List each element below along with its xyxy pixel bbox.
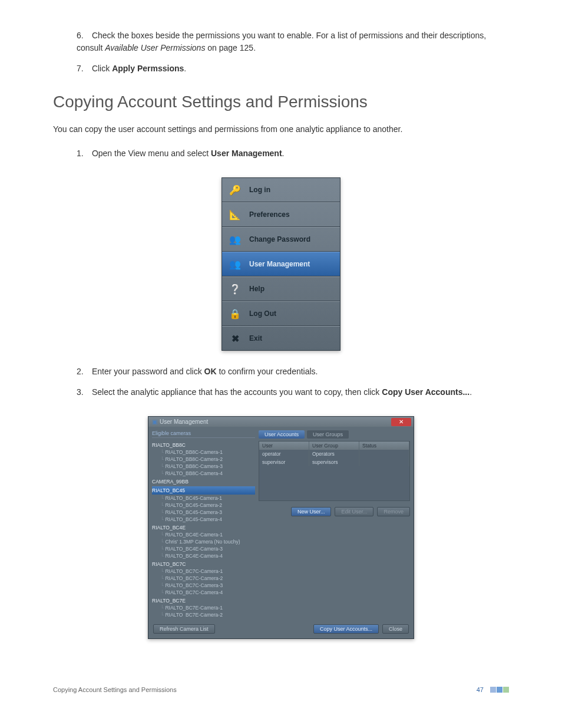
tree-camera[interactable]: RIALTO_BC7C-Camera-1 <box>152 568 255 575</box>
remove-button[interactable]: Remove <box>377 507 410 516</box>
step-1: 1. Open the View menu and select User Ma… <box>77 147 509 160</box>
menu-item-label: Change Password <box>249 235 310 243</box>
step-text: Open the View menu and select <box>92 149 211 158</box>
right-pane: User Accounts User Groups User User Grou… <box>259 430 410 617</box>
intro-text: You can copy the user account settings a… <box>53 123 509 136</box>
refresh-camera-list-button[interactable]: Refresh Camera List <box>153 624 215 634</box>
section-title: Copying Account Settings and Permissions <box>53 93 509 111</box>
menu-item-label: Exit <box>249 334 262 342</box>
menu-item-exit[interactable]: ✖Exit <box>222 326 340 350</box>
tree-camera[interactable]: RIALTO_BC7E-Camera-1 <box>152 604 255 611</box>
tree-group[interactable]: RIALTO_BC45 <box>152 486 255 495</box>
tree-camera[interactable]: RIALTO_BC45-Camera-1 <box>152 495 255 502</box>
menu-item-change-password[interactable]: 👥Change Password <box>222 227 340 252</box>
step-num: 1. <box>77 147 90 160</box>
table-row[interactable]: supervisorsupervisors <box>259 458 409 466</box>
camera-tree[interactable]: RIALTO_BB8CRIALTO_BB8C-Camera-1RIALTO_BB… <box>152 440 255 617</box>
eligible-cameras-label: Eligible cameras <box>152 430 255 438</box>
footer-left: Copying Account Settings and Permissions <box>53 686 177 693</box>
cell-group: Operators <box>309 450 359 458</box>
steps-top: 6. Check the boxes beside the permission… <box>77 29 509 75</box>
dialog-title: User Management <box>160 419 208 425</box>
tree-camera[interactable]: RIALTO_BC7C-Camera-4 <box>152 589 255 596</box>
step-text-after: . <box>282 149 285 158</box>
step-num: 2. <box>77 365 90 378</box>
tree-camera[interactable]: RIALTO_BC45-Camera-4 <box>152 516 255 523</box>
step-bold: OK <box>204 367 217 376</box>
tree-camera[interactable]: RIALTO_BB8C-Camera-4 <box>152 470 255 477</box>
edit-user-button[interactable]: Edit User... <box>335 507 373 516</box>
step-2: 2. Enter your password and click OK to c… <box>77 365 509 378</box>
menu-item-label: Preferences <box>249 210 290 219</box>
tree-camera[interactable]: RIALTO_BC45-Camera-2 <box>152 502 255 509</box>
step-7: 7. Click Apply Permssions. <box>77 62 509 75</box>
step-num: 7. <box>77 62 90 75</box>
close-button[interactable]: ✕ <box>391 418 411 426</box>
tree-camera[interactable]: RIALTO_BC4E-Camera-3 <box>152 545 255 552</box>
step-bold: Copy User Accounts... <box>382 387 470 397</box>
tree-camera[interactable]: RIALTO_BB8C-Camera-1 <box>152 449 255 456</box>
steps-main: 1. Open the View menu and select User Ma… <box>77 147 509 160</box>
user-grid[interactable]: User User Group Status operatorOperators… <box>259 441 410 501</box>
menu-item-user-management[interactable]: 👥User Management <box>222 252 340 276</box>
row-buttons: New User... Edit User... Remove <box>259 507 410 516</box>
tab-user-accounts[interactable]: User Accounts <box>259 430 305 439</box>
tree-group[interactable]: RIALTO_BB8C <box>152 442 255 449</box>
step-text-after: on page 125. <box>205 43 256 52</box>
users-icon: 👥 <box>227 256 243 272</box>
app-icon: ▣ <box>152 419 157 425</box>
tabs: User Accounts User Groups <box>259 430 410 439</box>
cell-user: operator <box>259 450 309 458</box>
left-pane: Eligible cameras RIALTO_BB8CRIALTO_BB8C-… <box>152 430 255 617</box>
tree-group[interactable]: RIALTO_BC7E <box>152 597 255 604</box>
step-text-after: to confirm your credentials. <box>217 367 318 376</box>
cell-status <box>359 450 409 458</box>
menu-item-label: Log in <box>249 186 270 194</box>
tree-group[interactable]: CAMERA_99BB <box>152 478 255 485</box>
menu-item-label: Log Out <box>249 309 276 318</box>
step-text-after: . <box>184 64 186 73</box>
menu-item-help[interactable]: ❔Help <box>222 276 340 301</box>
step-text-after: . <box>470 387 472 397</box>
tree-camera[interactable]: RIALTO_BB8C-Camera-3 <box>152 463 255 470</box>
table-row[interactable]: operatorOperators <box>259 450 409 458</box>
menu-item-preferences[interactable]: 📐Preferences <box>222 202 340 227</box>
tree-camera[interactable]: RIALTO_BC45-Camera-3 <box>152 509 255 516</box>
step-6: 6. Check the boxes beside the permission… <box>77 29 509 54</box>
step-text: Select the analytic appliance that has t… <box>92 387 382 397</box>
steps-main-2: 2. Enter your password and click OK to c… <box>77 365 509 398</box>
tab-user-groups[interactable]: User Groups <box>307 430 349 439</box>
close-button-footer[interactable]: Close <box>382 624 409 634</box>
cell-status <box>359 458 409 466</box>
menu-item-label: User Management <box>249 260 310 268</box>
menu-item-log-out[interactable]: 🔒Log Out <box>222 301 340 326</box>
tree-camera[interactable]: RIALTO_BC4E-Camera-1 <box>152 531 255 538</box>
tree-group[interactable]: RIALTO_BC7C <box>152 561 255 568</box>
step-text: Click <box>92 64 112 73</box>
tree-camera[interactable]: RIALTO_BC7E-Camera-2 <box>152 611 255 617</box>
page-footer: Copying Account Settings and Permissions… <box>53 686 509 693</box>
copy-user-accounts-button[interactable]: Copy User Accounts... <box>313 624 379 634</box>
col-user: User <box>259 442 309 450</box>
help-icon: ❔ <box>227 281 243 297</box>
tree-camera[interactable]: RIALTO_BC4E-Camera-4 <box>152 552 255 559</box>
pwd-icon: 👥 <box>227 231 243 248</box>
menu-item-log-in[interactable]: 🔑Log in <box>222 178 340 202</box>
cell-group: supervisors <box>309 458 359 466</box>
step-italic: Available User Permissions <box>105 43 205 52</box>
lock-icon: 🔒 <box>227 305 243 322</box>
tree-camera[interactable]: Chris' 1.3MP Camera (No touchy) <box>152 538 255 545</box>
new-user-button[interactable]: New User... <box>291 507 332 516</box>
step-bold: Apply Permssions <box>112 64 184 73</box>
prefs-icon: 📐 <box>227 206 243 223</box>
view-menu: 🔑Log in📐Preferences👥Change Password👥User… <box>222 177 340 351</box>
tree-group[interactable]: RIALTO_BC4E <box>152 524 255 531</box>
tree-camera[interactable]: RIALTO_BC7C-Camera-2 <box>152 575 255 582</box>
step-text: Enter your password and click <box>92 367 204 376</box>
tree-camera[interactable]: RIALTO_BB8C-Camera-2 <box>152 456 255 463</box>
step-num: 6. <box>77 29 90 42</box>
col-status: Status <box>359 442 409 450</box>
page-number: 47 <box>477 686 484 693</box>
tree-camera[interactable]: RIALTO_BC7C-Camera-3 <box>152 582 255 589</box>
cell-user: supervisor <box>259 458 309 466</box>
